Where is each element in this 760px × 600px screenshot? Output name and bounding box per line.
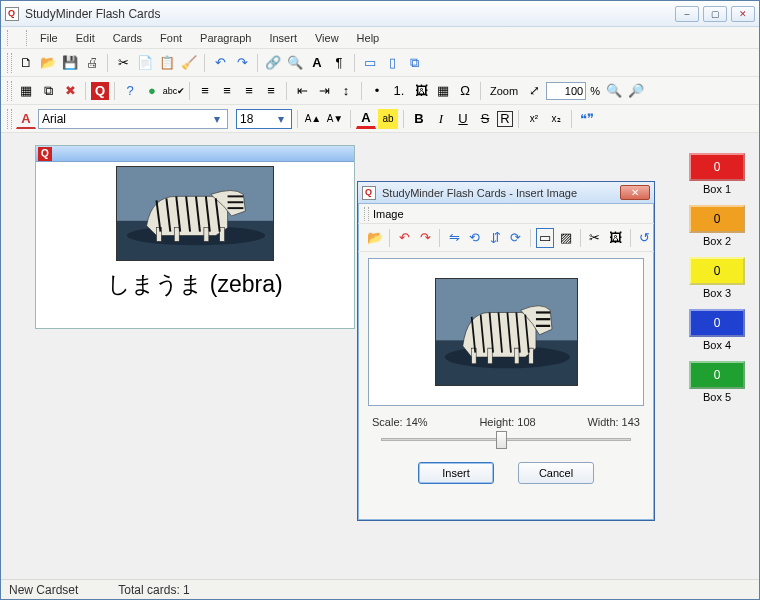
paragraph-dialog-icon[interactable]: ¶ xyxy=(329,53,349,73)
dialog-close-button[interactable]: ✕ xyxy=(620,185,650,200)
align-left-icon[interactable]: ≡ xyxy=(195,81,215,101)
numbering-icon[interactable]: 1. xyxy=(389,81,409,101)
zoom-in-icon[interactable]: 🔍 xyxy=(604,81,624,101)
box-5-count[interactable]: 0 xyxy=(689,361,745,389)
toolbar-grip[interactable] xyxy=(7,81,12,101)
box-3-count[interactable]: 0 xyxy=(689,257,745,285)
subscript-icon[interactable]: x₂ xyxy=(546,109,566,129)
cut-icon[interactable]: ✂ xyxy=(113,53,133,73)
shrink-font-icon[interactable]: A▼ xyxy=(325,109,345,129)
flash-card[interactable]: Q xyxy=(35,145,355,329)
dialog-menu-image[interactable]: Image xyxy=(373,208,404,220)
menu-file[interactable]: File xyxy=(31,30,67,46)
rotate-left-icon[interactable]: ⟲ xyxy=(466,228,484,248)
quotes-icon[interactable]: ❝❞ xyxy=(577,109,597,129)
maximize-button[interactable]: ▢ xyxy=(703,6,727,22)
toolbar-grip[interactable] xyxy=(7,109,12,129)
cancel-button[interactable]: Cancel xyxy=(518,462,594,484)
layout-1-icon[interactable]: ▭ xyxy=(360,53,380,73)
size-slider[interactable] xyxy=(372,430,640,448)
hyperlink-icon[interactable]: 🔗 xyxy=(263,53,283,73)
box-2[interactable]: 0 Box 2 xyxy=(689,205,745,247)
chevron-down-icon[interactable]: ▾ xyxy=(210,112,224,126)
box-4[interactable]: 0 Box 4 xyxy=(689,309,745,351)
align-justify-icon[interactable]: ≡ xyxy=(261,81,281,101)
menu-font[interactable]: Font xyxy=(151,30,191,46)
toolbar-grip[interactable] xyxy=(7,53,12,73)
layout-2-icon[interactable]: ▯ xyxy=(382,53,402,73)
dialog-undo-icon[interactable]: ↶ xyxy=(395,228,413,248)
insert-image-icon[interactable]: 🖼 xyxy=(411,81,431,101)
undo-icon[interactable]: ↶ xyxy=(210,53,230,73)
text-color-icon[interactable]: A xyxy=(356,109,376,129)
italic-icon[interactable]: I xyxy=(431,109,451,129)
card-duplicate-icon[interactable]: ⧉ xyxy=(38,81,58,101)
preview-image[interactable] xyxy=(435,278,578,386)
box-2-count[interactable]: 0 xyxy=(689,205,745,233)
menu-edit[interactable]: Edit xyxy=(67,30,104,46)
menu-paragraph[interactable]: Paragraph xyxy=(191,30,260,46)
adjust-icon[interactable]: 🖼 xyxy=(606,228,624,248)
open-icon[interactable]: 📂 xyxy=(38,53,58,73)
insert-button[interactable]: Insert xyxy=(418,462,494,484)
font-dialog-icon[interactable]: A xyxy=(307,53,327,73)
border-icon[interactable]: ▭ xyxy=(536,228,554,248)
card-delete-icon[interactable]: ✖ xyxy=(60,81,80,101)
box-1-count[interactable]: 0 xyxy=(689,153,745,181)
box-5[interactable]: 0 Box 5 xyxy=(689,361,745,403)
font-size-combo[interactable]: 18 ▾ xyxy=(236,109,292,129)
copy-icon[interactable]: 📄 xyxy=(135,53,155,73)
underline-icon[interactable]: U xyxy=(453,109,473,129)
minimize-button[interactable]: – xyxy=(675,6,699,22)
indent-increase-icon[interactable]: ⇥ xyxy=(314,81,334,101)
dialog-title-bar[interactable]: StudyMinder Flash Cards - Insert Image ✕ xyxy=(358,182,654,204)
menu-view[interactable]: View xyxy=(306,30,348,46)
font-color-icon[interactable]: A xyxy=(16,109,36,129)
font-name-combo[interactable]: Arial ▾ xyxy=(38,109,228,129)
reset-icon[interactable]: ↺ xyxy=(636,228,654,248)
question-card-icon[interactable]: Q xyxy=(91,82,109,100)
layout-3-icon[interactable]: ⧉ xyxy=(404,53,424,73)
help-icon[interactable]: ? xyxy=(120,81,140,101)
bold-icon[interactable]: B xyxy=(409,109,429,129)
align-center-icon[interactable]: ≡ xyxy=(217,81,237,101)
paste-icon[interactable]: 📋 xyxy=(157,53,177,73)
menu-help[interactable]: Help xyxy=(348,30,389,46)
card-image[interactable] xyxy=(116,166,274,261)
new-icon[interactable]: 🗋 xyxy=(16,53,36,73)
save-icon[interactable]: 💾 xyxy=(60,53,80,73)
indent-decrease-icon[interactable]: ⇤ xyxy=(292,81,312,101)
format-painter-icon[interactable]: 🧹 xyxy=(179,53,199,73)
bullets-icon[interactable]: • xyxy=(367,81,387,101)
dialog-open-icon[interactable]: 📂 xyxy=(366,228,384,248)
dialog-redo-icon[interactable]: ↷ xyxy=(416,228,434,248)
zoom-out-icon[interactable]: 🔎 xyxy=(626,81,646,101)
grow-font-icon[interactable]: A▲ xyxy=(303,109,323,129)
card-caption[interactable]: しまうま (zebra) xyxy=(107,269,282,300)
card-body[interactable]: しまうま (zebra) xyxy=(36,162,354,328)
web-icon[interactable]: ● xyxy=(142,81,162,101)
insert-table-icon[interactable]: ▦ xyxy=(433,81,453,101)
crop-icon[interactable]: ✂ xyxy=(586,228,604,248)
zoom-input[interactable]: 100 xyxy=(546,82,586,100)
menu-cards[interactable]: Cards xyxy=(104,30,151,46)
rotate-right-icon[interactable]: ⟳ xyxy=(507,228,525,248)
shadow-icon[interactable]: ▨ xyxy=(556,228,574,248)
align-right-icon[interactable]: ≡ xyxy=(239,81,259,101)
strike-icon[interactable]: S xyxy=(475,109,495,129)
highlight-icon[interactable]: ab xyxy=(378,109,398,129)
card-new-icon[interactable]: ▦ xyxy=(16,81,36,101)
spellcheck-icon[interactable]: abc✔ xyxy=(164,81,184,101)
find-icon[interactable]: 🔍 xyxy=(285,53,305,73)
flip-vertical-icon[interactable]: ⇵ xyxy=(486,228,504,248)
insert-symbol-icon[interactable]: Ω xyxy=(455,81,475,101)
zoom-fit-icon[interactable]: ⤢ xyxy=(524,81,544,101)
chevron-down-icon[interactable]: ▾ xyxy=(274,112,288,126)
redo-icon[interactable]: ↷ xyxy=(232,53,252,73)
box-3[interactable]: 0 Box 3 xyxy=(689,257,745,299)
line-spacing-icon[interactable]: ↕ xyxy=(336,81,356,101)
close-button[interactable]: ✕ xyxy=(731,6,755,22)
flip-horizontal-icon[interactable]: ⇋ xyxy=(445,228,463,248)
print-icon[interactable]: 🖨 xyxy=(82,53,102,73)
menu-insert[interactable]: Insert xyxy=(260,30,306,46)
